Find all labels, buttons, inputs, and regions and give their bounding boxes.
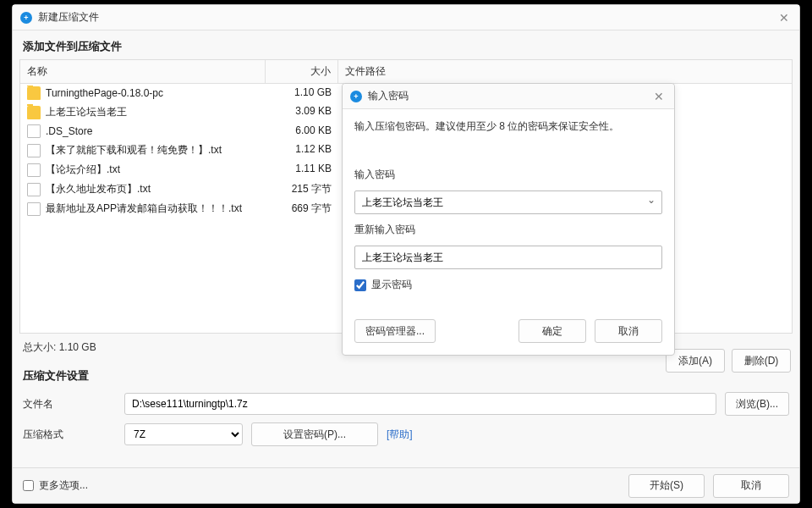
show-password-label: 显示密码	[371, 278, 412, 292]
format-row: 压缩格式 7Z 设置密码(P)... [帮助]	[23, 422, 789, 446]
folder-icon	[27, 106, 41, 119]
file-icon	[27, 124, 41, 138]
bottom-buttons: 开始(S) 取消	[628, 474, 789, 498]
filename-input[interactable]	[124, 393, 716, 415]
app-icon: +	[19, 11, 33, 25]
dialog-close-icon[interactable]: ✕	[650, 90, 667, 103]
file-icon	[27, 202, 41, 216]
browse-button[interactable]: 浏览(B)...	[725, 392, 789, 416]
close-icon[interactable]: ✕	[776, 11, 793, 25]
format-select[interactable]: 7Z	[124, 423, 243, 445]
file-size: 1.12 KB	[266, 142, 338, 158]
file-size: 669 字节	[266, 201, 338, 217]
dialog-title: 输入密码	[368, 89, 650, 103]
filename-row: 文件名 浏览(B)...	[23, 392, 789, 416]
add-delete-row: 添加(A) 删除(D)	[666, 349, 791, 373]
dialog-hint: 输入压缩包密码。建议使用至少 8 位的密码来保证安全性。	[354, 119, 662, 134]
dialog-icon: +	[349, 90, 363, 103]
bottom-bar: 更多选项... 开始(S) 取消	[13, 467, 799, 503]
dialog-body: 输入压缩包密码。建议使用至少 8 位的密码来保证安全性。 输入密码 重新输入密码…	[343, 109, 674, 311]
file-icon	[27, 163, 41, 177]
dialog-titlebar: + 输入密码 ✕	[343, 84, 674, 109]
pw2-input-wrap	[354, 246, 662, 269]
file-icon	[27, 183, 41, 196]
file-name: TurningthePage-0.18.0-pc	[46, 87, 163, 99]
filename-label: 文件名	[23, 397, 116, 411]
cancel-button[interactable]: 取消	[713, 474, 789, 498]
file-size: 215 字节	[266, 181, 338, 197]
col-name[interactable]: 名称	[20, 60, 266, 83]
file-size: 1.11 KB	[266, 162, 338, 178]
file-name: .DS_Store	[46, 125, 92, 137]
show-password-row: 显示密码	[354, 278, 662, 292]
settings-section: 压缩文件设置 文件名 浏览(B)... 压缩格式 7Z 设置密码(P)... […	[13, 362, 799, 460]
folder-icon	[27, 86, 41, 100]
set-password-button[interactable]: 设置密码(P)...	[251, 422, 378, 446]
file-size: 3.09 KB	[266, 104, 338, 120]
file-name: 【论坛介绍】.txt	[46, 163, 120, 177]
show-password-checkbox[interactable]	[354, 279, 366, 291]
dialog-ok-button[interactable]: 确定	[518, 319, 586, 343]
pw2-label: 重新输入密码	[354, 223, 662, 237]
pw-label: 输入密码	[354, 168, 662, 182]
file-name: 上老王论坛当老王	[46, 105, 127, 119]
password-dialog: + 输入密码 ✕ 输入压缩包密码。建议使用至少 8 位的密码来保证安全性。 输入…	[342, 83, 675, 356]
file-name: 最新地址及APP请发邮箱自动获取！！！.txt	[46, 202, 242, 216]
more-options-label: 更多选项...	[39, 478, 88, 493]
file-size: 1.10 GB	[266, 86, 338, 101]
file-name: 【永久地址发布页】.txt	[46, 182, 151, 196]
add-files-label: 添加文件到压缩文件	[13, 30, 799, 59]
pw-input-wrap	[354, 190, 662, 214]
dialog-footer: 密码管理器... 确定 取消	[343, 311, 674, 355]
more-options-checkbox[interactable]	[23, 480, 34, 491]
password-confirm-input[interactable]	[354, 246, 662, 269]
file-name: 【来了就能下载和观看！纯免费！】.txt	[46, 143, 222, 157]
main-titlebar: + 新建压缩文件 ✕	[13, 5, 799, 30]
col-size[interactable]: 大小	[266, 60, 338, 83]
dialog-cancel-button[interactable]: 取消	[595, 319, 662, 343]
start-button[interactable]: 开始(S)	[628, 474, 705, 498]
format-label: 压缩格式	[23, 428, 116, 442]
file-size: 6.00 KB	[266, 124, 338, 139]
window-title: 新建压缩文件	[38, 10, 776, 25]
file-icon	[27, 144, 41, 157]
file-header: 名称 大小 文件路径	[20, 60, 792, 84]
password-manager-button[interactable]: 密码管理器...	[354, 319, 436, 343]
delete-button[interactable]: 删除(D)	[732, 349, 791, 373]
password-input[interactable]	[354, 190, 662, 214]
col-path[interactable]: 文件路径	[338, 60, 792, 83]
help-link[interactable]: [帮助]	[387, 428, 413, 442]
